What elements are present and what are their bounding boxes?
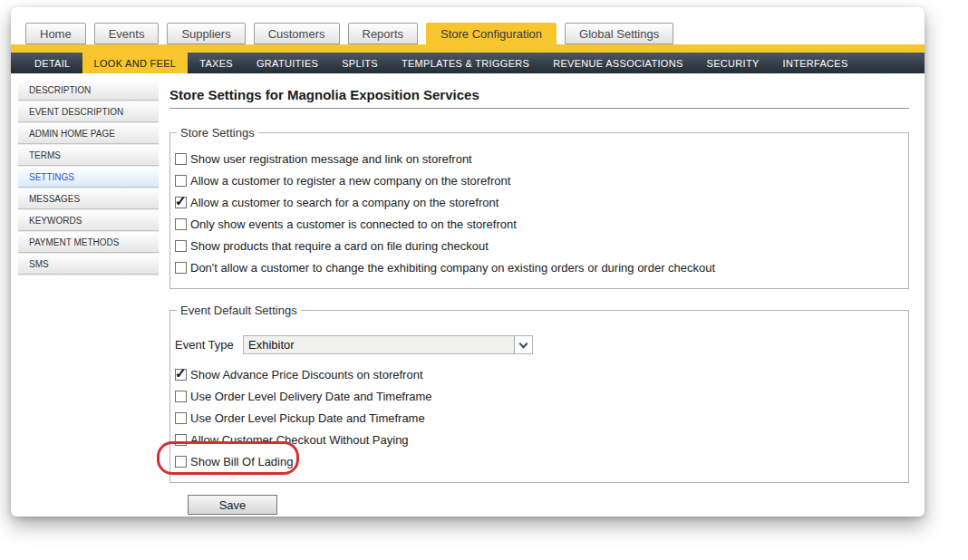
tab-events[interactable]: Events [94,23,160,44]
checkbox-label: Allow a customer to register a new compa… [190,174,510,188]
sidebar-item-payment-methods[interactable]: PAYMENT METHODS [18,232,159,253]
show-advance-price-discounts-checkbox[interactable] [175,369,187,381]
checkbox-row: Show Bill Of Lading [175,455,899,468]
tab-global-settings[interactable]: Global Settings [565,23,673,44]
subnav-splits[interactable]: SPLITS [330,53,390,73]
tab-suppliers[interactable]: Suppliers [167,23,245,44]
subnav-revenue-associations[interactable]: REVENUE ASSOCIATIONS [541,53,694,73]
checkbox-row: Allow a customer to register a new compa… [175,174,899,187]
checkbox-row: Allow a customer to search for a company… [175,196,899,208]
dont-allow-change-exhibiting-company-checkbox[interactable] [175,262,187,274]
subnav-gratuities[interactable]: GRATUITIES [245,53,330,73]
sidebar-item-terms[interactable]: TERMS [18,145,159,166]
checkbox-label: Show Bill Of Lading [190,455,293,468]
checkbox-row: Show products that require a card on fil… [175,239,899,252]
show-card-on-file-products-checkbox[interactable] [175,240,187,252]
subnav-look-and-feel[interactable]: LOOK AND FEEL [82,53,189,73]
subnav-taxes[interactable]: TAXES [188,53,245,73]
event-default-settings-legend: Event Default Settings [177,304,301,317]
allow-register-company-checkbox[interactable] [175,175,187,187]
store-settings-legend: Store Settings [177,126,258,140]
checkbox-row: Show Advance Price Discounts on storefro… [175,368,899,381]
allow-search-company-checkbox[interactable] [175,197,187,208]
checkbox-label: Use Order Level Pickup Date and Timefram… [190,411,425,425]
show-user-registration-checkbox[interactable] [175,153,187,165]
event-type-select[interactable]: Exhibitor [243,335,533,354]
page-title: Store Settings for Magnolia Exposition S… [169,87,909,102]
checkbox-label: Show Advance Price Discounts on storefro… [190,368,423,381]
tab-home[interactable]: Home [25,23,86,44]
checkbox-label: Only show events a customer is connected… [190,217,517,231]
checkbox-row: Only show events a customer is connected… [175,217,899,230]
checkbox-label: Show user registration message and link … [190,152,472,166]
subnav-templates-triggers[interactable]: TEMPLATES & TRIGGERS [390,53,541,73]
chevron-down-icon [519,339,528,348]
checkbox-label: Allow a customer to search for a company… [190,196,499,209]
event-type-selected-value: Exhibitor [244,338,514,352]
sidebar-item-sms[interactable]: SMS [18,254,159,275]
event-type-label: Event Type [175,338,238,352]
checkbox-row: Show user registration message and link … [175,152,899,165]
checkbox-label: Use Order Level Delivery Date and Timefr… [190,390,432,403]
checkbox-label: Don't allow a customer to change the exh… [190,261,715,275]
sidebar-item-admin-home-page[interactable]: ADMIN HOME PAGE [18,123,159,144]
only-show-connected-events-checkbox[interactable] [175,218,187,230]
sidebar-item-keywords[interactable]: KEYWORDS [18,210,159,231]
subnav-detail[interactable]: DETAIL [23,53,82,73]
accent-strip [11,44,924,53]
main-content: Store Settings for Magnolia Exposition S… [169,87,909,515]
event-default-settings-group: Event Default Settings Event Type Exhibi… [169,304,909,483]
event-type-row: Event Type Exhibitor [175,335,899,354]
sidebar-item-description[interactable]: DESCRIPTION [18,80,159,101]
sidebar-item-settings[interactable]: SETTINGS [18,167,159,188]
checkbox-label: Show products that require a card on fil… [190,239,489,253]
use-order-level-pickup-checkbox[interactable] [175,412,187,424]
sidebar: DESCRIPTION EVENT DESCRIPTION ADMIN HOME… [18,80,159,275]
sidebar-item-event-description[interactable]: EVENT DESCRIPTION [18,101,159,122]
checkbox-row: Don't allow a customer to change the exh… [175,261,899,274]
subnav-security[interactable]: SECURITY [695,53,771,73]
tab-reports[interactable]: Reports [348,23,419,44]
store-settings-group: Store Settings Show user registration me… [169,126,909,289]
allow-checkout-without-paying-checkbox[interactable] [175,434,187,446]
checkbox-label: Allow Customer Checkout Without Paying [190,433,409,447]
save-button[interactable]: Save [188,495,277,515]
use-order-level-delivery-checkbox[interactable] [175,391,187,402]
subnav-interfaces[interactable]: INTERFACES [771,53,860,73]
sidebar-item-messages[interactable]: MESSAGES [18,188,159,209]
top-nav: Home Events Suppliers Customers Reports … [11,7,924,44]
show-bill-of-lading-checkbox[interactable] [175,456,187,468]
checkbox-row: Use Order Level Delivery Date and Timefr… [175,390,899,402]
title-divider [169,108,909,109]
checkbox-row: Use Order Level Pickup Date and Timefram… [175,411,899,424]
tab-customers[interactable]: Customers [254,23,340,44]
tab-store-configuration[interactable]: Store Configuration [426,23,557,44]
checkbox-row: Allow Customer Checkout Without Paying [175,433,899,446]
select-dropdown-button[interactable] [514,336,532,353]
app-window: Home Events Suppliers Customers Reports … [11,7,924,517]
sub-nav: DETAIL LOOK AND FEEL TAXES GRATUITIES SP… [11,53,924,73]
